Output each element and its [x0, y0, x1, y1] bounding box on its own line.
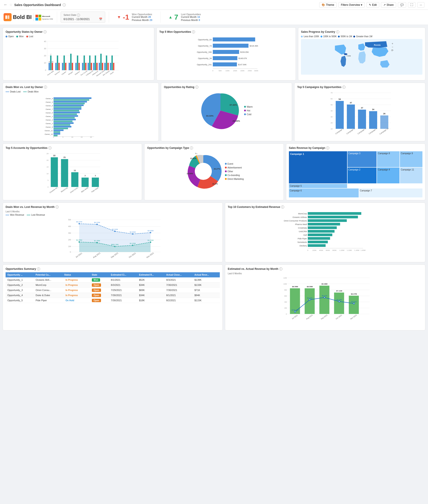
svg-text:30: 30 — [44, 48, 46, 50]
svg-text:Morgan: Morgan — [68, 71, 73, 75]
opp-states-info-icon: i — [43, 30, 47, 33]
comment-button[interactable]: 💬 — [398, 2, 406, 8]
customer-name: Duke & Duke — [34, 293, 62, 298]
world-map: Russia Cuba + − ⟳ — [301, 39, 422, 75]
svg-text:$4.22M: $4.22M — [94, 221, 100, 223]
svg-point-222 — [114, 231, 115, 232]
svg-text:$4.37M: $4.37M — [76, 221, 82, 223]
svg-rect-162 — [380, 115, 388, 129]
lost-current-val: 16 — [197, 16, 200, 18]
opportunity-states-chart: 40 30 20 10 0 Kevin Matt Synovus — [6, 39, 151, 77]
favorite-button[interactable]: ☆ — [9, 3, 12, 7]
svg-text:Cuba: Cuba — [347, 55, 351, 57]
svg-text:$3.51M: $3.51M — [351, 301, 357, 303]
edit-label: Edit — [372, 3, 377, 7]
date-filter[interactable]: Select Date i 6/1/2021 - 11/30/2021 📅 — [61, 12, 105, 23]
est-vs-actual-chart: 12M 10M 8M 6M 4M 2M 0 — [228, 276, 422, 327]
svg-text:Omni Cons...: Omni Cons... — [70, 186, 79, 194]
svg-text:+: + — [392, 42, 393, 45]
svg-point-225 — [78, 241, 80, 243]
svg-rect-106 — [53, 101, 87, 103]
treemap-campaign5: Campaign 5 — [289, 184, 347, 188]
svg-rect-56 — [106, 56, 107, 70]
treemap-campaign9: Campaign 9 — [400, 151, 422, 167]
card-deals-won-lost: Deals Won vs. Lost by Owner i Deals Lost… — [3, 83, 159, 141]
actual-close: 7/30/2021 — [165, 283, 193, 288]
svg-text:1.40M: 1.40M — [354, 249, 359, 251]
opps-campaign-type-title: Opportunities by Campaign Type i — [147, 146, 281, 149]
svg-rect-31 — [69, 63, 70, 70]
legend-cobranding: Co-branding — [225, 174, 244, 177]
svg-text:15: 15 — [81, 136, 83, 138]
col-opportunity: Opportunity ... — [6, 272, 34, 277]
back-button[interactable]: ← — [4, 2, 8, 7]
row-3: Top 5 Accounts by Opportunities i 25 20 … — [3, 144, 425, 200]
lost-count: 7 — [174, 13, 178, 21]
svg-text:Aug 2021: Aug 2021 — [92, 252, 101, 259]
svg-text:Dell: Dell — [303, 234, 307, 236]
svg-rect-183 — [71, 172, 78, 187]
actual-rev: $71K — [193, 288, 220, 293]
share-button[interactable]: ↗ Share — [381, 2, 396, 8]
svg-text:$4.72M: $4.72M — [307, 297, 313, 299]
svg-rect-250 — [308, 237, 330, 240]
svg-point-223 — [132, 233, 133, 235]
svg-text:20: 20 — [47, 159, 49, 161]
edit-button[interactable]: ✎ Edit — [366, 2, 379, 8]
date-value: 6/1/2021 - 11/30/2021 — [64, 18, 90, 21]
svg-text:200K: 200K — [312, 249, 317, 251]
svg-rect-150 — [336, 101, 344, 129]
table-row: Opportunity_1 Oceanic Airli... In Progre… — [6, 277, 220, 283]
svg-rect-39 — [82, 63, 83, 70]
date-filter-label: Select Date i — [64, 14, 102, 17]
svg-rect-53 — [102, 63, 103, 70]
campaign-type-donut: 26.27% 21.2% 19.94% 13.92% 1... — [184, 151, 222, 191]
legend-won: Won — [16, 35, 23, 38]
separator-2 — [109, 12, 109, 23]
svg-rect-66 — [213, 37, 255, 41]
svg-rect-156 — [358, 110, 366, 129]
svg-text:16: 16 — [51, 61, 53, 63]
theme-icon: 🎨 — [322, 3, 325, 7]
top10-customers-chart: MomCorp Oceanic Airlines Omni Consumer P… — [228, 210, 422, 258]
screen-size-button[interactable]: ⛶ — [408, 2, 416, 8]
svg-text:150K: 150K — [233, 70, 237, 72]
svg-text:Owner_11: Owner_11 — [45, 130, 53, 132]
svg-rect-28 — [64, 56, 65, 70]
svg-text:300K: 300K — [254, 70, 258, 72]
calendar-icon[interactable]: 📅 — [99, 18, 102, 21]
legend-won-revenue: Won Revenue — [6, 214, 24, 216]
svg-text:21: 21 — [64, 156, 66, 158]
svg-point-294 — [294, 311, 296, 312]
filters-button[interactable]: Filters Overview ▾ — [338, 2, 365, 8]
svg-text:Dynamics CRM: Dynamics CRM — [42, 18, 53, 20]
svg-text:MomCorp: MomCorp — [298, 212, 307, 215]
customer-name: MomCorp — [34, 283, 62, 288]
top5-accounts-title: Top 5 Accounts by Opportunities i — [6, 146, 139, 149]
theme-button[interactable]: 🎨 Theme — [319, 2, 337, 8]
svg-text:10M: 10M — [283, 283, 287, 285]
svg-rect-32 — [70, 54, 72, 70]
more-button[interactable]: ··· — [417, 2, 424, 8]
svg-rect-246 — [308, 230, 334, 233]
treemap-campaign11: Campaign 11 — [400, 168, 422, 183]
svg-rect-238 — [308, 216, 358, 218]
opp-name: Opportunity_4 — [6, 293, 34, 298]
deals-won-lost-title: Deals Won vs. Lost by Owner i — [6, 86, 156, 89]
svg-rect-40 — [84, 56, 85, 70]
svg-rect-23 — [55, 63, 57, 70]
est-close: 7/29/2021 — [109, 288, 137, 293]
opps-summary-table-wrapper[interactable]: Opportunity ... Potential Cu... Status S… — [6, 272, 220, 303]
table-row: Opportunity_4 Duke & Duke In Progress Op… — [6, 293, 220, 298]
est-vs-actual-title: Estimated vs. Actual Revenue by Month i — [228, 267, 422, 270]
deals-revenue-info-icon: i — [56, 205, 59, 209]
svg-text:30: 30 — [331, 116, 333, 118]
filters-label: Filters Overview — [341, 3, 360, 7]
svg-text:$2.92M: $2.92M — [112, 228, 118, 230]
opps-campaign-type-chart: 26.27% 21.2% 19.94% 13.92% 1... Event Ad… — [147, 151, 281, 191]
svg-text:Aug 2021: Aug 2021 — [306, 314, 313, 320]
card-top5-campaigns: Top 5 Campaigns by Opportunities i 70 60… — [294, 83, 425, 141]
svg-text:Pide Piper: Pide Piper — [298, 237, 307, 240]
lost-details: Lost Opportunities Current Month 16 Prev… — [181, 13, 201, 21]
opps-rating-pie: 37.32% 29.34% 33.33% — [200, 90, 240, 130]
